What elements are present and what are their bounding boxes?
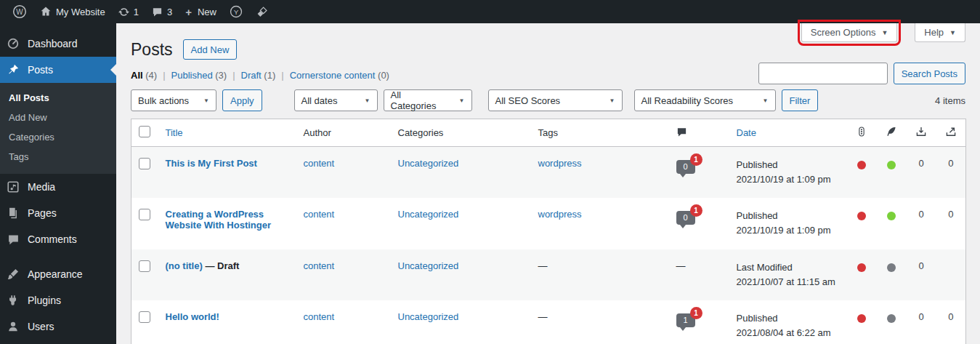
plus-icon: + xyxy=(185,6,192,18)
view-count: (0) xyxy=(378,70,389,81)
internal-links-count: 0 xyxy=(918,158,923,169)
sidebar-item-media[interactable]: Media xyxy=(0,174,116,200)
view-cornerstone[interactable]: Cornerstone content (0) xyxy=(290,70,389,81)
comments-menu[interactable]: 3 xyxy=(145,0,179,23)
comment-count[interactable]: 0 1 xyxy=(676,211,695,225)
post-title-link[interactable]: Creating a WordPress Website With Hostin… xyxy=(166,209,272,231)
sidebar-item-label: Users xyxy=(28,321,54,332)
view-published-link[interactable]: Published xyxy=(171,70,213,81)
column-header-readability[interactable] xyxy=(877,119,907,147)
seo-scores-filter-label: All SEO Scores xyxy=(495,95,561,106)
post-title-link[interactable]: Hello world! xyxy=(166,311,219,322)
sidebar-item-pages[interactable]: Pages xyxy=(0,200,116,226)
yoast-seo-menu[interactable]: Y xyxy=(223,0,249,23)
author-link[interactable]: content xyxy=(304,260,335,271)
categories-filter-select[interactable]: All Categories ▼ xyxy=(384,89,472,111)
comment-count[interactable]: 1 1 xyxy=(676,313,695,327)
pending-comment-badge: 1 xyxy=(690,153,702,166)
view-published[interactable]: Published (3) xyxy=(171,70,227,81)
sidebar-item-label: Appearance xyxy=(28,268,83,280)
sidebar-subitem-tags[interactable]: Tags xyxy=(0,147,116,167)
select-all-checkbox[interactable] xyxy=(139,126,150,137)
author-link[interactable]: content xyxy=(304,158,335,169)
apply-button[interactable]: Apply xyxy=(222,89,262,111)
sidebar-item-label: Media xyxy=(28,181,55,193)
row-checkbox[interactable] xyxy=(139,209,150,220)
row-checkbox[interactable] xyxy=(139,158,150,169)
readability-scores-filter-select[interactable]: All Readability Scores ▼ xyxy=(634,89,776,111)
sidebar-item-dashboard[interactable]: Dashboard xyxy=(0,31,116,57)
site-name-menu[interactable]: My Website xyxy=(33,0,112,23)
category-link[interactable]: Uncategorized xyxy=(398,209,459,220)
view-draft-link[interactable]: Draft xyxy=(241,70,262,81)
seo-score-dot xyxy=(857,161,866,169)
internal-links-count: 0 xyxy=(918,260,923,271)
view-all-link[interactable]: All xyxy=(131,70,143,81)
view-count: (1) xyxy=(264,70,275,81)
post-status: Published xyxy=(737,311,840,326)
sidebar-subitem-add-new[interactable]: Add New xyxy=(0,108,116,127)
comment-count[interactable]: 0 1 xyxy=(676,160,695,174)
seo-scores-filter-select[interactable]: All SEO Scores ▼ xyxy=(488,89,623,111)
sidebar-item-users[interactable]: Users xyxy=(0,313,116,340)
column-header-tags: Tags xyxy=(531,119,669,147)
column-header-internal-links[interactable] xyxy=(907,119,936,147)
comments-icon xyxy=(6,232,20,247)
screen-options-button[interactable]: Screen Options ▼ xyxy=(801,23,898,42)
author-link[interactable]: content xyxy=(304,311,335,322)
pages-icon xyxy=(6,206,20,220)
table-row: (no title) — Draft content Uncategorized… xyxy=(131,249,966,300)
svg-text:Y: Y xyxy=(234,8,239,16)
column-header-author: Author xyxy=(296,119,391,147)
clone-menu[interactable] xyxy=(249,0,275,23)
new-content-menu[interactable]: + New xyxy=(179,0,223,23)
sidebar-subitem-categories[interactable]: Categories xyxy=(0,127,116,147)
tag-link[interactable]: wordpress xyxy=(538,158,582,169)
view-cornerstone-link[interactable]: Cornerstone content xyxy=(290,70,376,81)
row-checkbox[interactable] xyxy=(139,311,150,323)
column-header-outgoing-links[interactable] xyxy=(936,119,966,147)
view-all[interactable]: All (4) xyxy=(131,70,157,81)
post-title-link[interactable]: (no title) xyxy=(166,260,203,271)
search-posts-button[interactable]: Search Posts xyxy=(894,63,965,84)
help-button[interactable]: Help ▼ xyxy=(915,23,965,42)
help-label: Help xyxy=(924,27,944,38)
category-link[interactable]: Uncategorized xyxy=(398,260,459,271)
filter-button[interactable]: Filter xyxy=(782,89,819,111)
add-new-button[interactable]: Add New xyxy=(183,39,238,60)
sidebar-subitem-all-posts[interactable]: All Posts xyxy=(0,88,116,108)
traffic-light-icon xyxy=(857,129,867,140)
category-link[interactable]: Uncategorized xyxy=(398,158,459,169)
column-header-seo-score[interactable] xyxy=(847,119,877,147)
column-header-comments[interactable] xyxy=(669,119,729,147)
sidebar-item-posts[interactable]: Posts xyxy=(0,57,116,83)
tag-link[interactable]: wordpress xyxy=(538,209,582,220)
dates-filter-select[interactable]: All dates ▼ xyxy=(294,89,378,111)
dashboard-icon xyxy=(6,36,20,51)
sidebar-item-appearance[interactable]: Appearance xyxy=(0,261,116,287)
readability-score-dot xyxy=(887,314,896,323)
post-status: Published xyxy=(737,209,840,223)
comment-bubble-icon xyxy=(676,129,687,140)
column-header-title[interactable]: Title xyxy=(158,119,296,147)
author-link[interactable]: content xyxy=(304,209,335,220)
sidebar-item-label: Comments xyxy=(28,233,77,245)
outgoing-links-count: 0 xyxy=(948,209,953,220)
sidebar-item-plugins[interactable]: Plugins xyxy=(0,287,116,313)
category-link[interactable]: Uncategorized xyxy=(398,311,459,322)
column-header-date[interactable]: Date xyxy=(729,119,847,147)
wordpress-logo-icon: W xyxy=(12,4,27,19)
dates-filter-label: All dates xyxy=(301,95,338,106)
row-checkbox[interactable] xyxy=(139,260,150,272)
posts-table: Title Author Categories Tags Date xyxy=(131,119,966,344)
user-icon xyxy=(6,319,20,334)
updates-menu[interactable]: 1 xyxy=(112,0,145,23)
sidebar-item-comments[interactable]: Comments xyxy=(0,226,116,252)
search-input[interactable] xyxy=(758,63,888,84)
post-title-link[interactable]: This is My First Post xyxy=(166,158,257,169)
view-draft[interactable]: Draft (1) xyxy=(241,70,276,81)
bulk-actions-select[interactable]: Bulk actions ▼ xyxy=(131,89,216,111)
wordpress-logo-menu[interactable]: W xyxy=(6,0,33,23)
comments-count: 3 xyxy=(167,7,172,17)
comment-bubble-icon xyxy=(152,7,163,17)
